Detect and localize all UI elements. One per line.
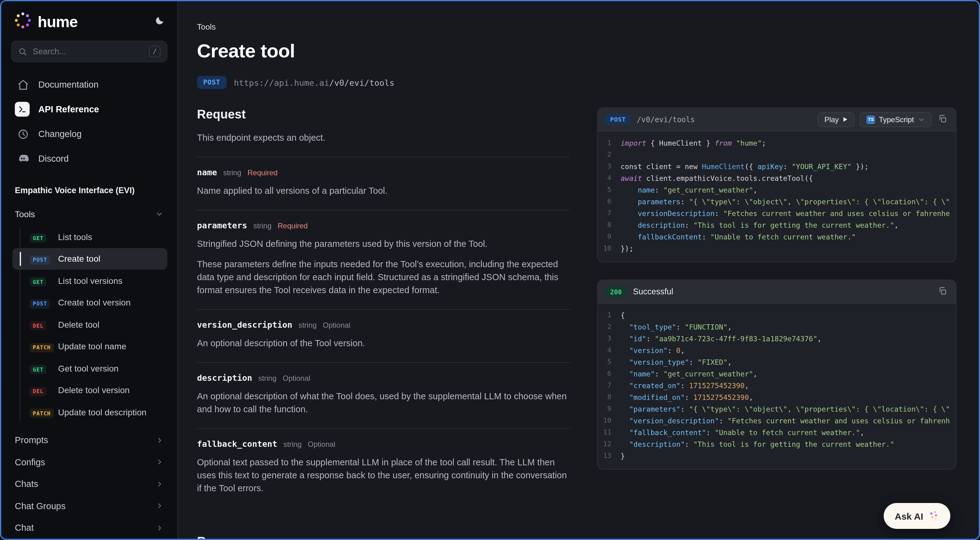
code-text: "parameters": "{ \"type\": \"object\", \… — [620, 405, 956, 413]
theme-toggle-button[interactable] — [154, 16, 165, 28]
field-header: parametersstringRequired — [197, 220, 570, 230]
line-number: 5 — [598, 186, 620, 194]
browser-viewport: hume Search... / DocumentationAPI Refere… — [0, 0, 980, 540]
field-description: These parameters define the inputs neede… — [197, 258, 570, 297]
status-label: Successful — [633, 287, 673, 296]
endpoint-item-list-tools[interactable]: GETList tools — [12, 226, 167, 248]
endpoint-item-delete-tool[interactable]: DELDelete tool — [12, 313, 167, 335]
language-selector[interactable]: TS TypeScript — [860, 112, 932, 127]
hume-logo-icon — [14, 11, 32, 32]
code-endpoint-path: /v0/evi/tools — [637, 115, 695, 124]
field-name: version_description — [197, 320, 293, 330]
code-text: fallbackContent: "Unable to fetch curren… — [620, 232, 956, 241]
ask-ai-button[interactable]: Ask AI — [884, 503, 950, 529]
sparkle-icon — [928, 510, 939, 523]
sidebar-group-chats[interactable]: Chats — [11, 473, 167, 495]
breadcrumb: Tools — [197, 22, 956, 32]
copy-icon — [938, 114, 947, 125]
response-code-block: 1{2 "tool_type": "FUNCTION",3 "id": "aa9… — [598, 303, 956, 469]
sidebar-item-documentation[interactable]: Documentation — [11, 73, 167, 97]
hume-logo[interactable]: hume — [14, 11, 78, 32]
search-input[interactable]: Search... / — [11, 41, 167, 63]
endpoint-item-update-tool-description[interactable]: PATCHUpdate tool description — [12, 401, 167, 423]
field-requirement: Required — [278, 222, 307, 230]
line-number: 1 — [598, 139, 620, 147]
endpoint-item-create-tool[interactable]: POSTCreate tool — [12, 248, 167, 270]
endpoint-item-get-tool-version[interactable]: GETGet tool version — [12, 357, 167, 379]
app-window: hume Search... / DocumentationAPI Refere… — [0, 0, 980, 540]
play-button[interactable]: Play — [818, 112, 855, 127]
field-requirement: Required — [248, 168, 278, 177]
code-text: "fallback_content": "Unable to fetch cur… — [620, 428, 956, 437]
endpoint-item-list-tool-versions[interactable]: GETList tool versions — [12, 270, 167, 292]
code-line: 3 "id": "aa9b71c4-723c-47ff-9f83-1a1829e… — [598, 333, 956, 345]
code-text: } — [620, 451, 956, 460]
field-type: string — [283, 440, 302, 449]
line-number: 3 — [598, 162, 620, 170]
code-text: description: "This tool is for getting t… — [620, 221, 956, 229]
request-doc-section: Request This endpoint expects an object.… — [197, 107, 570, 539]
code-text: { — [620, 311, 956, 319]
code-line: 12 "description": "This tool is for gett… — [598, 438, 956, 450]
line-number: 2 — [598, 151, 620, 159]
tools-group-header[interactable]: Tools — [11, 205, 167, 223]
group-label: Chats — [15, 479, 38, 489]
line-number: 6 — [598, 197, 620, 205]
line-number: 4 — [598, 174, 620, 182]
request-example-card: POST /v0/evi/tools Play TS TypeScript — [597, 107, 956, 262]
endpoint-item-label: List tool versions — [58, 276, 123, 286]
code-text: versionDescription: "Fetches current wea… — [620, 209, 956, 218]
code-method-badge: POST — [605, 114, 631, 125]
method-badge-wrap: GET — [30, 275, 58, 286]
endpoint-item-create-tool-version[interactable]: POSTCreate tool version — [12, 292, 167, 313]
sidebar-item-changelog[interactable]: Changelog — [11, 122, 167, 146]
request-intro: This endpoint expects an object. — [197, 132, 570, 145]
code-line: 7 versionDescription: "Fetches current w… — [598, 207, 956, 219]
field-description: An optional description of what the Tool… — [197, 390, 570, 416]
sidebar-item-discord[interactable]: Discord — [11, 146, 167, 171]
endpoint-item-label: Get tool version — [58, 364, 119, 373]
code-examples-panel: POST /v0/evi/tools Play TS TypeScript — [597, 107, 956, 539]
request-card-header: POST /v0/evi/tools Play TS TypeScript — [598, 108, 956, 132]
search-icon — [18, 47, 27, 56]
method-badge: GET — [30, 365, 47, 374]
sidebar-group-chat[interactable]: Chat — [11, 517, 167, 539]
field-fallback-content: fallback_contentstringOptionalOptional t… — [197, 428, 570, 507]
primary-nav: DocumentationAPI ReferenceChangelogDisco… — [11, 73, 167, 171]
endpoint-item-delete-tool-version[interactable]: DELDelete tool version — [12, 379, 167, 401]
chevron-right-icon — [156, 524, 164, 532]
sidebar-group-prompts[interactable]: Prompts — [11, 429, 167, 451]
method-badge-wrap: DEL — [30, 319, 58, 330]
code-text: name: "get_current_weather", — [620, 186, 956, 194]
sidebar-item-api-reference[interactable]: API Reference — [11, 97, 167, 122]
hume-logo-text: hume — [38, 13, 78, 30]
code-text: }); — [620, 244, 956, 253]
method-badge: DEL — [30, 387, 47, 396]
tools-group-label: Tools — [15, 209, 35, 219]
code-text: const client = new HumeClient({ apiKey: … — [620, 162, 956, 171]
method-badge: GET — [30, 233, 47, 243]
sidebar-header: hume — [11, 11, 167, 32]
copy-request-button[interactable] — [937, 113, 948, 126]
line-number: 9 — [598, 405, 620, 413]
language-label: TypeScript — [879, 115, 914, 124]
response-card-actions — [937, 285, 948, 299]
endpoint-url: https://api.hume.ai/v0/evi/tools — [234, 78, 394, 87]
line-number: 13 — [598, 452, 620, 460]
group-label: Configs — [15, 457, 45, 467]
group-label: Chat Groups — [15, 501, 65, 511]
group-label: Chat — [15, 523, 33, 533]
code-text: "version_description": "Fetches current … — [620, 416, 956, 425]
sidebar-group-configs[interactable]: Configs — [11, 451, 167, 473]
sidebar-group-chat-groups[interactable]: Chat Groups — [11, 495, 167, 517]
code-line: 7 "created_on": 1715275452390, — [598, 380, 956, 391]
field-type: string — [258, 374, 277, 383]
field-type: string — [299, 321, 317, 330]
copy-response-button[interactable] — [937, 285, 948, 299]
endpoint-item-update-tool-name[interactable]: PATCHUpdate tool name — [12, 335, 167, 357]
method-badge: DEL — [30, 321, 47, 330]
search-placeholder: Search... — [33, 47, 66, 56]
home-icon — [15, 79, 31, 91]
group-label: Prompts — [15, 435, 48, 445]
field-header: version_descriptionstringOptional — [197, 320, 570, 330]
